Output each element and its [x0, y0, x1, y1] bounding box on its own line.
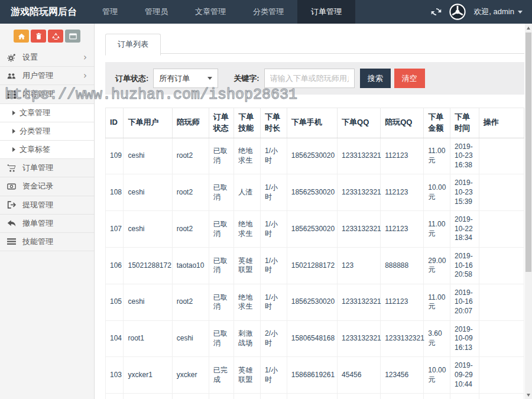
table-cell: 15868619261	[287, 357, 337, 394]
table-cell	[479, 357, 524, 394]
trash-button[interactable]	[31, 30, 46, 43]
table-cell	[124, 394, 172, 399]
chevron-down-icon	[518, 11, 523, 14]
order-status-selected: 所有订单	[159, 73, 190, 84]
caret-right-icon	[12, 111, 15, 115]
table-row: 已取消英雄联盟2019-10-23 10:44	[106, 394, 524, 399]
sidebar-item-user-management[interactable]: 用户管理›	[0, 67, 94, 85]
nav-item-admin[interactable]: 管理员	[131, 0, 181, 24]
table-cell: 绝地求生	[234, 211, 261, 248]
table-cell: 2019-10-23 16:38	[450, 138, 479, 174]
table-cell: 104	[106, 320, 124, 357]
user-dropdown[interactable]: 欢迎, admin	[473, 7, 523, 17]
sidebar-item-order-management[interactable]: 订单管理	[0, 159, 94, 177]
keyword-label: 关键字:	[233, 73, 259, 84]
table-cell: ceshi	[172, 320, 209, 357]
column-header: 下单QQ	[338, 108, 381, 138]
sidebar-item-article-management[interactable]: 文章管理	[0, 104, 94, 122]
table-cell: 112123	[381, 138, 424, 174]
tab-bar: 订单列表	[105, 34, 524, 54]
sidebar-item-withdraw-management[interactable]: 提现管理	[0, 196, 94, 215]
sidebar-item-label: 订单管理	[22, 163, 53, 173]
column-header: 操作	[479, 108, 524, 138]
table-cell	[338, 394, 381, 399]
home-icon	[18, 33, 25, 40]
table-cell	[479, 248, 524, 284]
table-body: 109ceshiroot2已取消绝地求生1/小时1856253002012331…	[106, 138, 524, 399]
sidebar-item-article-tags[interactable]: 文章标签	[0, 141, 94, 159]
keyword-input[interactable]	[264, 69, 355, 88]
clear-button[interactable]: 清空	[394, 69, 425, 88]
sidebar-item-label: 提现管理	[22, 200, 53, 210]
table-cell: 11.00元	[424, 284, 450, 320]
column-header: 陪玩师	[172, 108, 209, 138]
table-cell: 2019-10-22 18:34	[450, 211, 479, 248]
sidebar-item-settings[interactable]: 设置›	[0, 48, 94, 67]
recycle-button[interactable]	[48, 30, 63, 43]
table-cell: 已取消	[209, 174, 234, 211]
table-cell: 15021288172	[124, 248, 172, 284]
nav-item-article-management[interactable]: 文章管理	[181, 0, 239, 24]
table-cell: 112123	[381, 284, 424, 320]
table-cell: ceshi	[124, 138, 172, 174]
table-row: 10615021288172taotao10已取消英雄联盟1/小时1502128…	[106, 248, 524, 284]
scrollbar-thumb[interactable]	[525, 33, 531, 272]
table-cell: 106	[106, 248, 124, 284]
table-cell	[479, 174, 524, 211]
scrollbar-down-arrow[interactable]	[525, 391, 532, 399]
table-cell	[479, 320, 524, 357]
sidebar-item-label: 文章管理	[20, 108, 50, 118]
table-cell: root1	[124, 320, 172, 357]
table-cell: 123	[338, 248, 381, 284]
sidebar-item-label: 内容管理	[22, 89, 53, 99]
scrollbar-up-arrow[interactable]	[525, 24, 532, 32]
table-cell: 1/小时	[261, 284, 287, 320]
nav-item-order-management[interactable]: 订单管理	[297, 0, 355, 24]
sidebar-item-label: 技能管理	[22, 236, 53, 247]
scrollbar	[525, 24, 532, 399]
table-cell: root2	[172, 211, 209, 248]
table-cell: 18562530020	[287, 211, 337, 248]
sidebar-item-cancel-management[interactable]: 撤单管理	[0, 215, 94, 233]
table-cell: 1233132321	[338, 320, 381, 357]
column-header: 订单状态	[209, 108, 234, 138]
table-cell	[479, 138, 524, 174]
nav-item-category-management[interactable]: 分类管理	[239, 0, 297, 24]
table-cell: 18562530020	[287, 174, 337, 211]
table-cell	[172, 394, 209, 399]
sidebar-item-category-management[interactable]: 分类管理	[0, 122, 94, 141]
refresh-icon[interactable]	[431, 7, 442, 17]
order-status-select[interactable]: 所有订单	[153, 69, 218, 88]
sidebar-item-label: 资金记录	[22, 181, 53, 192]
sidebar-item-fund-records[interactable]: 资金记录	[0, 177, 94, 196]
table-cell: 已完成	[209, 357, 234, 394]
table-cell: taotao10	[172, 248, 209, 284]
table-cell: 29.00元	[424, 248, 450, 284]
select-caret-icon	[207, 77, 212, 80]
table-cell: 绝地求生	[234, 138, 261, 174]
list-icon	[7, 237, 18, 246]
table-cell: 3.60元	[424, 320, 450, 357]
sidebar-item-content-management[interactable]: 内容管理›	[0, 85, 94, 103]
sidebar-item-label: 分类管理	[20, 126, 50, 137]
home-button[interactable]	[14, 30, 29, 43]
table-cell: ceshi	[124, 284, 172, 320]
tab-order-list[interactable]: 订单列表	[105, 34, 161, 56]
column-header: 下单时间	[450, 108, 479, 138]
table-cell: 10.00元	[424, 357, 450, 394]
sidebar-item-skill-management[interactable]: 技能管理	[0, 233, 94, 251]
orders-table: ID下单用户陪玩师订单状态下单技能下单时长下单手机下单QQ陪玩QQ下单金额下单时…	[105, 108, 524, 399]
window-button[interactable]	[65, 30, 80, 43]
table-cell: 1/小时	[261, 357, 287, 394]
nav-item-manage[interactable]: 管理	[89, 0, 131, 24]
caret-right-icon	[12, 129, 15, 134]
table-cell	[479, 284, 524, 320]
table-cell: 109	[106, 138, 124, 174]
window-icon	[69, 33, 77, 40]
table-row: 107ceshiroot2已取消绝地求生1/小时1856253002012331…	[106, 211, 524, 248]
search-button[interactable]: 搜索	[360, 69, 391, 88]
table-cell: 2019-10-16 20:58	[450, 248, 479, 284]
avatar[interactable]	[449, 4, 466, 20]
sidebar-item-label: 文章标签	[20, 144, 50, 155]
table-cell: 英雄联盟	[234, 248, 261, 284]
